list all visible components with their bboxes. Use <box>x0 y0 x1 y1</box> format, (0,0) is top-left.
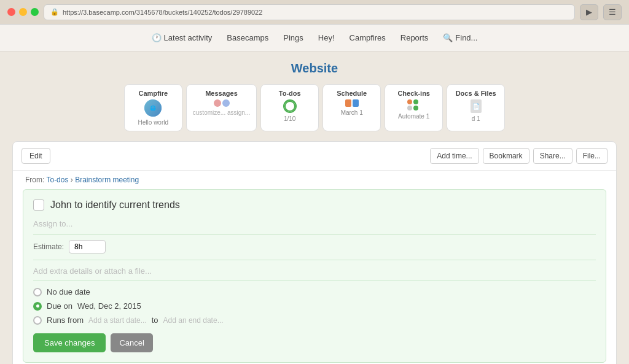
card-schedule[interactable]: Schedule March 1 <box>322 84 381 131</box>
card-todos[interactable]: To-dos 1/10 <box>260 84 319 131</box>
estimate-label: Estimate: <box>33 242 64 251</box>
due-on-label: Due on <box>47 301 72 311</box>
assign-field <box>33 219 596 228</box>
nav-campfires[interactable]: Campfires <box>350 33 386 42</box>
content-panel: Edit Add time... Bookmark Share... File.… <box>12 141 617 364</box>
due-option-due-on[interactable]: Due on Wed, Dec 2, 2015 <box>33 301 596 311</box>
breadcrumb-prefix: From: <box>25 176 46 184</box>
add-time-button[interactable]: Add time... <box>430 148 479 164</box>
address-bar[interactable]: 🔒 https://3.basecamp.com/3145678/buckets… <box>44 4 575 20</box>
nav-find-label: Find... <box>455 33 477 42</box>
titlebar: 🔒 https://3.basecamp.com/3145678/buckets… <box>0 0 629 25</box>
todo-title: John to identify current trends <box>50 199 180 211</box>
bookmark-button[interactable]: Bookmark <box>483 148 529 164</box>
nav-hey-label: Hey! <box>318 33 335 42</box>
estimate-row: Estimate: 8h <box>33 240 596 260</box>
messages-icon <box>214 99 230 107</box>
nav-pings[interactable]: Pings <box>283 33 303 42</box>
url-text: https://3.basecamp.com/3145678/buckets/1… <box>63 9 262 16</box>
breadcrumb: From: To-dos › Brainstorm meeting <box>13 171 616 189</box>
breadcrumb-parent[interactable]: To-dos <box>46 176 68 184</box>
card-docs-label: Docs & Files <box>456 90 496 97</box>
share-button[interactable]: Share... <box>533 148 572 164</box>
nav-reports[interactable]: Reports <box>400 33 429 42</box>
card-messages-sub: customize... assign... <box>193 109 250 116</box>
runs-from-to: to <box>152 316 158 325</box>
toolbar-left: Edit <box>21 148 425 164</box>
breadcrumb-child[interactable]: Brainstorm meeting <box>75 176 139 184</box>
svg-point-0 <box>285 101 295 111</box>
project-nav-cards: Campfire 🌐 Hello world Messages customiz… <box>12 84 617 131</box>
card-todos-sub: 1/10 <box>284 115 295 122</box>
estimate-input[interactable]: 8h <box>69 240 106 254</box>
close-button[interactable] <box>7 8 15 16</box>
nav-reports-label: Reports <box>400 33 429 42</box>
card-schedule-label: Schedule <box>337 90 367 97</box>
due-on-date: Wed, Dec 2, 2015 <box>77 301 141 311</box>
panel-toolbar: Edit Add time... Bookmark Share... File.… <box>13 142 616 171</box>
file-button[interactable]: File... <box>576 148 608 164</box>
clock-icon: 🕐 <box>152 33 162 42</box>
assign-input[interactable] <box>33 219 596 228</box>
nav-latest-activity-label: Latest activity <box>164 33 213 42</box>
todo-checkbox[interactable] <box>33 199 44 211</box>
todo-edit-form: John to identify current trends Estimate… <box>23 189 606 363</box>
card-docs[interactable]: Docs & Files 📄 d 1 <box>447 84 505 131</box>
nav-basecamps-label: Basecamps <box>227 33 268 42</box>
avatar-1 <box>214 99 221 107</box>
avatar-2 <box>222 99 230 107</box>
traffic-lights <box>7 8 39 16</box>
card-campfire[interactable]: Campfire 🌐 Hello world <box>124 84 182 131</box>
cancel-button[interactable]: Cancel <box>111 333 152 352</box>
nav-campfires-label: Campfires <box>350 33 386 42</box>
lock-icon: 🔒 <box>50 8 59 16</box>
radio-no-due[interactable] <box>33 288 42 296</box>
nav-basecamps[interactable]: Basecamps <box>227 33 268 42</box>
card-checkins-sub: Automate 1 <box>398 113 429 120</box>
save-button[interactable]: Save changes <box>33 333 106 352</box>
card-messages[interactable]: Messages customize... assign... <box>186 84 257 131</box>
search-icon: 🔍 <box>443 33 453 42</box>
details-input[interactable] <box>33 266 596 281</box>
edit-button[interactable]: Edit <box>21 148 50 164</box>
nav-hey[interactable]: Hey! <box>318 33 335 42</box>
docs-icon: 📄 <box>471 99 482 113</box>
todos-icon <box>283 99 297 113</box>
radio-runs-from[interactable] <box>33 316 42 325</box>
checkins-icon <box>407 99 421 110</box>
todo-title-row: John to identify current trends <box>33 199 596 211</box>
nav-pings-label: Pings <box>283 33 303 42</box>
schedule-icon <box>345 99 359 107</box>
card-checkins-label: Check-ins <box>397 90 430 97</box>
maximize-button[interactable] <box>31 8 39 16</box>
due-option-no-due[interactable]: No due date <box>33 287 596 296</box>
card-campfire-sub: Hello world <box>138 119 168 126</box>
due-option-runs-from[interactable]: Runs from Add a start date... to Add an … <box>33 316 596 325</box>
card-todos-label: To-dos <box>279 90 301 97</box>
play-button[interactable]: ▶ <box>580 4 598 20</box>
menu-button[interactable]: ☰ <box>603 4 622 20</box>
form-actions: Save changes Cancel <box>33 333 596 352</box>
card-checkins[interactable]: Check-ins Automate 1 <box>385 84 443 131</box>
titlebar-controls: ▶ ☰ <box>580 4 622 20</box>
card-messages-label: Messages <box>205 90 238 97</box>
main-content: Website Campfire 🌐 Hello world Messages … <box>0 52 629 364</box>
runs-from-end-placeholder: Add an end date... <box>163 316 224 325</box>
no-due-label: No due date <box>47 287 90 296</box>
card-schedule-sub: March 1 <box>341 109 363 116</box>
project-title-section: Website <box>12 61 617 76</box>
toolbar-right: Add time... Bookmark Share... File... <box>430 148 608 164</box>
project-title-link[interactable]: Website <box>291 61 338 75</box>
navbar: 🕐 Latest activity Basecamps Pings Hey! C… <box>0 25 629 52</box>
campfire-avatar: 🌐 <box>144 99 162 117</box>
runs-from-start-placeholder: Add a start date... <box>88 316 147 325</box>
card-campfire-label: Campfire <box>138 90 168 97</box>
nav-latest-activity[interactable]: 🕐 Latest activity <box>152 33 213 42</box>
nav-find[interactable]: 🔍 Find... <box>443 33 477 42</box>
divider-1 <box>33 234 596 235</box>
due-options: No due date Due on Wed, Dec 2, 2015 Runs… <box>33 287 596 325</box>
minimize-button[interactable] <box>19 8 27 16</box>
radio-due-on[interactable] <box>33 302 42 311</box>
card-docs-sub: d 1 <box>472 115 480 122</box>
runs-from-label: Runs from <box>47 316 84 325</box>
